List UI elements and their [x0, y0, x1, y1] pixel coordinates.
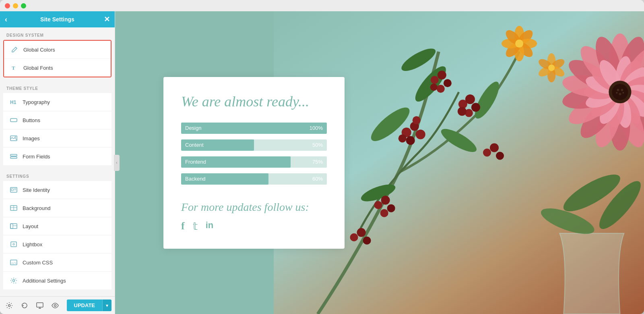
site-identity-label: Site Identity [23, 187, 50, 193]
card-title: We are almost ready... [181, 93, 327, 110]
images-icon [10, 134, 18, 142]
svg-point-40 [471, 103, 480, 112]
progress-bar-backend: Backend 60% [181, 173, 327, 185]
layout-icon [10, 222, 18, 230]
background-label: Background [23, 205, 50, 211]
sidebar-item-form-fields[interactable]: Form Fields [3, 148, 111, 165]
svg-point-35 [406, 136, 415, 145]
svg-point-55 [350, 233, 358, 241]
svg-text:H1: H1 [10, 100, 17, 105]
font-icon: T [10, 64, 19, 72]
pencil-icon [10, 46, 19, 54]
svg-point-113 [619, 93, 621, 95]
svg-point-50 [437, 85, 445, 93]
sidebar-title: Site Settings [40, 16, 74, 23]
progress-item-content: Content 50% [181, 139, 327, 151]
svg-point-43 [374, 201, 382, 209]
maximize-button[interactable] [21, 3, 26, 8]
sidebar-item-global-fonts[interactable]: T Global Fonts [4, 59, 111, 77]
sidebar-item-images[interactable]: Images [3, 129, 111, 148]
svg-point-48 [438, 71, 446, 79]
back-button[interactable]: ‹ [5, 15, 7, 24]
svg-point-34 [416, 129, 425, 139]
history-toolbar-button[interactable] [19, 299, 31, 312]
svg-point-114 [616, 92, 618, 94]
svg-point-57 [363, 237, 371, 245]
site-identity-icon [10, 186, 18, 194]
svg-text:</>: </> [11, 262, 17, 265]
sidebar-item-site-identity[interactable]: Site Identity [3, 181, 111, 199]
custom-css-icon: </> [10, 258, 18, 266]
layout-label: Layout [23, 223, 38, 229]
social-icons: f 𝕥 in [181, 220, 327, 233]
svg-rect-13 [10, 224, 13, 229]
svg-point-44 [381, 196, 390, 205]
progress-label-content: Content [185, 142, 204, 148]
sidebar-item-global-colors[interactable]: Global Colors [4, 41, 111, 59]
svg-point-115 [623, 92, 624, 94]
coming-soon-card: We are almost ready... Design 100% Conte… [163, 77, 345, 248]
form-fields-icon [10, 152, 18, 160]
update-dropdown-button[interactable]: ▾ [102, 299, 111, 311]
svg-point-45 [387, 204, 395, 212]
main-area: ‹ Site Settings ✕ DESIGN SYSTEM Global C… [0, 11, 644, 314]
svg-point-52 [483, 148, 491, 156]
svg-point-42 [458, 107, 466, 116]
svg-point-46 [380, 209, 388, 217]
sidebar: ‹ Site Settings ✕ DESIGN SYSTEM Global C… [0, 11, 115, 314]
typography-label: Typography [23, 99, 50, 105]
settings-toolbar-button[interactable] [3, 299, 15, 312]
images-label: Images [23, 135, 40, 141]
svg-rect-6 [10, 157, 17, 158]
lightbox-icon [10, 240, 18, 248]
preview-area: We are almost ready... Design 100% Conte… [115, 11, 644, 314]
svg-point-110 [612, 84, 628, 100]
sidebar-item-custom-css[interactable]: </> Custom CSS [3, 254, 111, 272]
sidebar-item-additional-settings[interactable]: Additional Settings [3, 272, 111, 289]
linkedin-icon[interactable]: in [206, 220, 214, 233]
close-sidebar-button[interactable]: ✕ [104, 15, 110, 24]
facebook-icon[interactable]: f [181, 220, 185, 233]
collapse-icon: ‹ [116, 160, 117, 165]
sidebar-item-background[interactable]: Background [3, 199, 111, 217]
background-icon [10, 204, 18, 212]
progress-item-frontend: Frontend 75% [181, 156, 327, 168]
additional-settings-icon [10, 277, 18, 285]
preview-toolbar-button[interactable] [49, 299, 61, 312]
close-button[interactable] [5, 3, 10, 8]
desktop-toolbar-button[interactable] [34, 299, 46, 312]
sidebar-toolbar: UPDATE ▾ [0, 296, 115, 314]
svg-point-53 [490, 143, 499, 152]
progress-fill-design [181, 123, 327, 134]
twitter-icon[interactable]: 𝕥 [193, 220, 198, 233]
svg-rect-21 [37, 303, 43, 307]
sidebar-item-buttons[interactable]: Buttons [3, 111, 111, 129]
svg-text:T: T [12, 65, 15, 71]
sidebar-item-typography[interactable]: H1 Typography [3, 93, 111, 111]
progress-item-design: Design 100% [181, 123, 327, 134]
sidebar-collapse-handle[interactable]: ‹ [114, 155, 120, 171]
lightbox-label: Lightbox [23, 241, 42, 247]
progress-item-backend: Backend 60% [181, 173, 327, 185]
svg-point-19 [13, 280, 15, 282]
progress-label-backend: Backend [185, 176, 206, 182]
progress-bar-design: Design 100% [181, 123, 327, 134]
svg-point-16 [13, 243, 14, 245]
buttons-icon [10, 116, 18, 124]
sidebar-item-lightbox[interactable]: Lightbox [3, 235, 111, 254]
svg-rect-2 [10, 119, 17, 122]
progress-pct-content: 50% [312, 142, 323, 148]
sidebar-content: DESIGN SYSTEM Global Colors T [0, 27, 115, 296]
progress-pct-design: 100% [310, 125, 323, 131]
additional-settings-label: Additional Settings [23, 278, 66, 284]
progress-bar-content: Content 50% [181, 139, 327, 151]
minimize-button[interactable] [13, 3, 18, 8]
sidebar-item-layout[interactable]: Layout [3, 217, 111, 235]
progress-label-design: Design [185, 125, 201, 131]
global-fonts-label: Global Fonts [23, 65, 53, 71]
update-button[interactable]: UPDATE [67, 299, 102, 311]
svg-point-73 [548, 64, 555, 71]
svg-point-20 [8, 304, 10, 306]
theme-style-group: H1 Typography Buttons [3, 93, 111, 165]
settings-label: SETTINGS [0, 168, 115, 181]
